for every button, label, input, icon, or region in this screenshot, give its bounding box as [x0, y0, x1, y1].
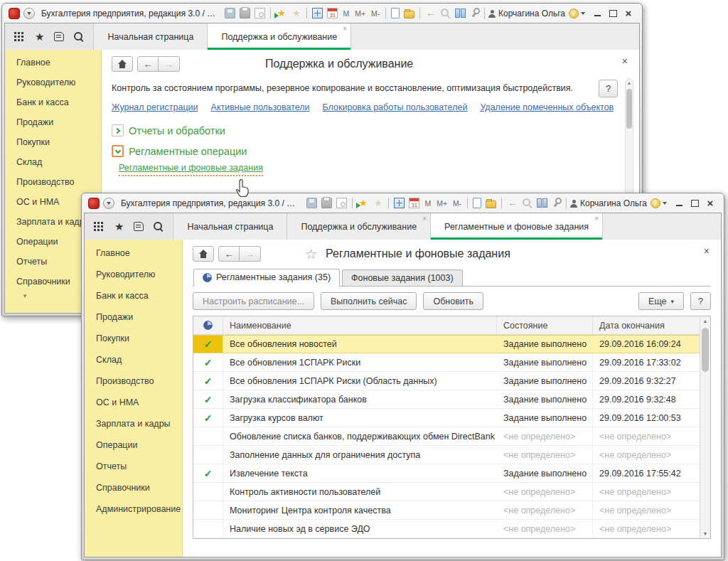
link-active-users[interactable]: Активные пользователи — [211, 102, 310, 112]
forward-button[interactable] — [159, 56, 180, 72]
history-icon[interactable] — [54, 32, 64, 41]
sidebar-item-warehouse[interactable]: Склад — [85, 349, 182, 370]
minimize-button[interactable] — [675, 199, 683, 208]
home-button[interactable] — [193, 246, 214, 262]
table-row[interactable]: Контроль активности пользователей <не оп… — [193, 483, 700, 501]
split-window-icon[interactable] — [537, 198, 547, 208]
sidebar-item-salary-hr[interactable]: Зарплата и кадры — [85, 413, 182, 434]
new-document-icon[interactable] — [473, 198, 481, 208]
current-user[interactable]: Корчагина Ольга — [570, 198, 647, 208]
split-window-icon[interactable] — [455, 8, 466, 18]
state-column-header[interactable] — [193, 316, 223, 334]
regops-section-toggle[interactable] — [112, 145, 124, 157]
find-icon[interactable] — [522, 198, 532, 208]
configure-schedule-button[interactable]: Настроить расписание... — [193, 292, 314, 310]
print-icon[interactable] — [240, 8, 250, 18]
tab-scheduled-jobs[interactable]: Регламентные и фоновые задания — [431, 213, 603, 240]
calculator-icon[interactable] — [312, 8, 323, 18]
table-row[interactable]: Все обновления 1СПАРК Риски (Область дан… — [193, 372, 700, 390]
tab-close-icon[interactable] — [422, 215, 427, 223]
tab-home-page[interactable]: Начальная страница — [94, 23, 208, 50]
main-menu-button[interactable] — [103, 198, 114, 209]
sidebar-item-manager[interactable]: Руководителю — [85, 264, 182, 285]
sidebar-item-purchases[interactable]: Покупки — [5, 132, 101, 152]
sidebar-item-main[interactable]: Главное — [5, 53, 101, 73]
favorites-star-icon[interactable] — [35, 31, 44, 43]
minimize-button[interactable] — [593, 9, 601, 18]
run-now-button[interactable]: Выполнить сейчас — [321, 292, 417, 310]
more-button[interactable]: Еще — [638, 292, 684, 310]
add-favorite-icon[interactable] — [358, 198, 368, 208]
print-preview-icon[interactable] — [255, 8, 265, 18]
add-favorite-icon[interactable] — [276, 8, 287, 18]
calendar-icon[interactable] — [409, 198, 419, 208]
sidebar-item-purchases[interactable]: Покупки — [85, 328, 182, 349]
print-icon[interactable] — [321, 198, 332, 208]
main-menu-button[interactable] — [23, 8, 35, 19]
scrollbar-thumb[interactable] — [702, 328, 709, 372]
table-scrollbar[interactable] — [700, 316, 710, 538]
table-row[interactable]: Обновление списка банков, поддерживающих… — [193, 427, 700, 446]
favorite-star-icon[interactable] — [305, 247, 317, 261]
refresh-button[interactable]: Обновить — [423, 292, 483, 310]
home-button[interactable] — [112, 56, 133, 72]
sidebar-item-fixed-assets[interactable]: ОС и НМА — [85, 392, 182, 413]
undo-icon[interactable] — [425, 8, 436, 18]
reports-section-toggle[interactable] — [112, 124, 124, 137]
scrollbar-thumb[interactable] — [626, 89, 632, 129]
sidebar-item-directories[interactable]: Справочники — [85, 477, 182, 498]
memory-button[interactable]: M — [424, 199, 432, 208]
back-button[interactable] — [137, 56, 159, 72]
sidebar-item-bank-cash[interactable]: Банк и касса — [85, 285, 182, 306]
sidebar-item-sales[interactable]: Продажи — [85, 306, 182, 328]
sidebar-item-warehouse[interactable]: Склад — [5, 152, 101, 172]
memory-minus-button[interactable]: M- — [452, 199, 462, 208]
undo-icon[interactable] — [507, 198, 518, 208]
state-text-column-header[interactable]: Состояние — [497, 316, 593, 334]
current-user[interactable]: Корчагина Ольга — [488, 9, 565, 18]
table-row[interactable]: Загрузка курсов валют Задание выполнено … — [193, 409, 700, 427]
table-row[interactable]: Заполнение данных для ограничения доступ… — [193, 446, 700, 464]
name-column-header[interactable]: Наименование — [223, 316, 497, 334]
scroll-up-icon[interactable] — [626, 80, 633, 85]
table-row[interactable]: Извлечение текста Задание выполнено 29.0… — [193, 464, 700, 483]
search-icon[interactable] — [74, 32, 84, 42]
maximize-button[interactable] — [690, 199, 699, 208]
link-scheduled-background-jobs[interactable]: Регламентные и фоновые задания — [119, 163, 263, 173]
link-registration-log[interactable]: Журнал регистрации — [112, 102, 198, 112]
info-button[interactable] — [651, 198, 667, 208]
sidebar-item-manager[interactable]: Руководителю — [5, 73, 101, 92]
favorites-icon[interactable] — [373, 198, 383, 208]
sidebar-item-reports[interactable]: Отчеты — [85, 456, 182, 477]
close-window-button[interactable] — [624, 9, 633, 18]
close-window-button[interactable] — [706, 199, 714, 208]
sidebar-item-production[interactable]: Производство — [85, 370, 182, 392]
link-delete-marked[interactable]: Удаление помеченных объектов — [480, 102, 614, 112]
memory-minus-button[interactable]: M- — [370, 9, 380, 18]
service-icon[interactable] — [552, 198, 562, 208]
help-button[interactable]: ? — [690, 292, 711, 310]
history-icon[interactable] — [134, 222, 144, 231]
tab-close-icon[interactable] — [594, 215, 599, 223]
save-icon[interactable] — [225, 8, 235, 18]
search-icon[interactable] — [154, 222, 164, 232]
new-document-icon[interactable] — [391, 8, 400, 18]
table-row[interactable]: Все обновления 1СПАРК Риски Задание выпо… — [193, 353, 700, 372]
tab-close-icon[interactable] — [343, 26, 347, 33]
sidebar-item-operations[interactable]: Операции — [85, 434, 182, 456]
table-row[interactable]: Наличие новых эд в сервисе ЭДО <не опред… — [193, 520, 700, 538]
window-titlebar[interactable]: Бухгалтерия предприятия, редакция 3.0 / … — [84, 193, 722, 213]
open-file-icon[interactable] — [404, 11, 414, 18]
regops-section-label[interactable]: Регламентные операции — [129, 146, 247, 157]
table-row[interactable]: Загрузка классификатора банков Задание в… — [193, 390, 700, 409]
link-user-lock[interactable]: Блокировка работы пользователей — [323, 102, 468, 112]
help-button[interactable]: ? — [599, 80, 618, 97]
sidebar-item-main[interactable]: Главное — [85, 242, 182, 264]
print-preview-icon[interactable] — [336, 198, 347, 208]
tab-background-jobs-list[interactable]: Фоновые задания (1003) — [342, 269, 463, 286]
page-close-icon[interactable] — [704, 247, 710, 255]
sidebar-item-production[interactable]: Производство — [5, 172, 101, 192]
table-row[interactable]: Все обновления новостей Задание выполнен… — [193, 335, 700, 353]
back-button[interactable] — [218, 246, 240, 262]
scroll-up-icon[interactable] — [700, 319, 710, 324]
